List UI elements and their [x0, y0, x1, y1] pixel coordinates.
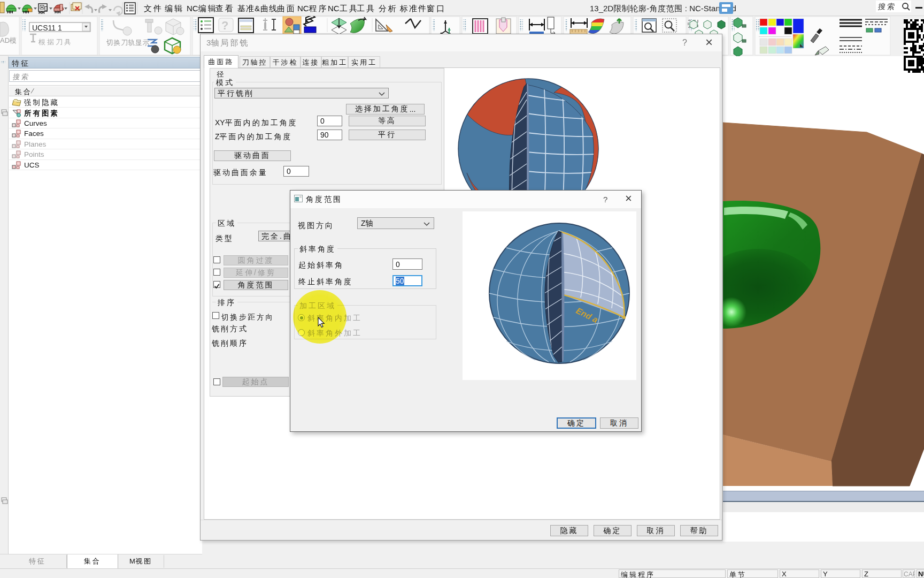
svg-text:?: ? — [221, 19, 228, 32]
